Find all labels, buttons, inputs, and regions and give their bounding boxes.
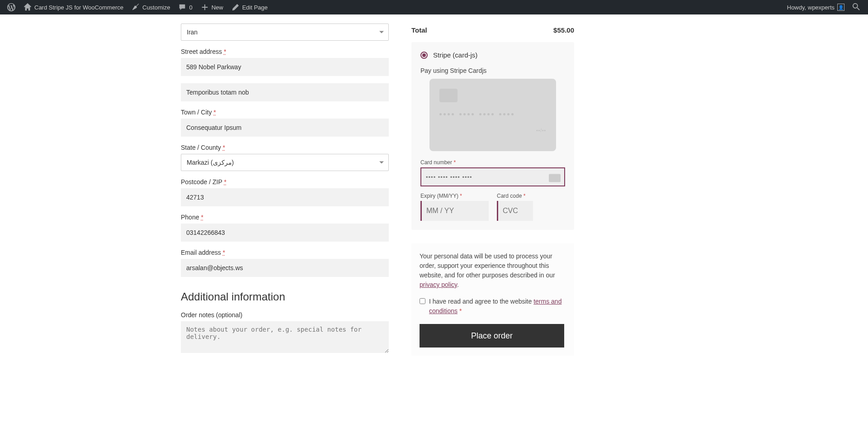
wordpress-icon xyxy=(7,3,15,11)
place-order-button[interactable]: Place order xyxy=(420,324,564,348)
street-address-2-input[interactable] xyxy=(181,83,389,101)
site-title: Card Stripe JS for WooCommerce xyxy=(34,4,123,11)
terms-checkbox[interactable] xyxy=(420,298,425,304)
state-label: State / County * xyxy=(181,144,389,151)
email-label: Email address * xyxy=(181,249,389,256)
howdy-link[interactable]: Howdy, wpexperts 👤 xyxy=(783,0,848,14)
privacy-notice-box: Your personal data will be used to proce… xyxy=(411,243,574,356)
card-number-placeholder-dots xyxy=(439,113,546,115)
new-label: New xyxy=(212,4,223,11)
avatar-icon: 👤 xyxy=(837,4,844,11)
card-brand-icon xyxy=(549,174,561,182)
comments-link[interactable]: 0 xyxy=(175,0,196,14)
site-name-link[interactable]: Card Stripe JS for WooCommerce xyxy=(20,0,127,14)
edit-page-link[interactable]: Edit Page xyxy=(228,0,271,14)
total-label: Total xyxy=(411,26,427,34)
country-value: Iran xyxy=(187,29,198,36)
terms-label: I have read and agree to the website ter… xyxy=(429,297,566,316)
new-link[interactable]: New xyxy=(197,0,227,14)
card-chip-icon xyxy=(439,89,458,102)
total-value: $55.00 xyxy=(553,26,574,34)
search-toggle[interactable] xyxy=(849,0,864,14)
expiry-input[interactable] xyxy=(420,201,489,221)
state-value: Markazi (مرکزی) xyxy=(187,159,234,166)
edit-page-label: Edit Page xyxy=(242,4,268,11)
payment-method-box: Stripe (card-js) Pay using Stripe Cardjs… xyxy=(411,42,574,230)
email-input[interactable] xyxy=(181,259,389,277)
payment-method-label: Stripe (card-js) xyxy=(433,51,477,59)
postcode-label: Postcode / ZIP * xyxy=(181,178,389,186)
wp-admin-bar: Card Stripe JS for WooCommerce Customize… xyxy=(0,0,868,14)
wp-logo[interactable] xyxy=(4,0,19,14)
street-address-1-input[interactable] xyxy=(181,58,389,76)
search-icon xyxy=(853,3,861,11)
brush-icon xyxy=(132,3,140,11)
city-label: Town / City * xyxy=(181,109,389,116)
order-notes-label: Order notes (optional) xyxy=(181,311,389,319)
payment-method-radio[interactable] xyxy=(420,52,428,59)
customize-label: Customize xyxy=(142,4,170,11)
plus-icon xyxy=(201,3,209,11)
comments-count: 0 xyxy=(189,4,192,11)
home-icon xyxy=(24,3,32,11)
comment-icon xyxy=(178,3,186,11)
cvc-input[interactable] xyxy=(497,201,533,221)
customize-link[interactable]: Customize xyxy=(128,0,174,14)
postcode-input[interactable] xyxy=(181,188,389,206)
payment-description: Pay using Stripe Cardjs xyxy=(420,67,565,74)
privacy-policy-link[interactable]: privacy policy xyxy=(420,281,457,288)
card-expiry-placeholder: ••/•• xyxy=(536,128,546,133)
expiry-label: Expiry (MM/YY) * xyxy=(420,193,489,199)
card-number-input[interactable] xyxy=(420,167,565,186)
privacy-text: Your personal data will be used to proce… xyxy=(420,252,566,290)
order-notes-textarea[interactable] xyxy=(181,321,389,353)
pencil-icon xyxy=(231,3,240,11)
card-number-label: Card number * xyxy=(420,159,565,166)
phone-input[interactable] xyxy=(181,224,389,242)
street-label: Street address * xyxy=(181,48,389,55)
state-select[interactable]: Markazi (مرکزی) xyxy=(181,154,389,171)
howdy-label: Howdy, wpexperts xyxy=(787,4,835,11)
additional-info-heading: Additional information xyxy=(181,290,389,303)
order-total-row: Total $55.00 xyxy=(411,24,574,42)
cvc-label: Card code * xyxy=(497,193,565,199)
card-preview: ••/•• xyxy=(429,79,556,151)
phone-label: Phone * xyxy=(181,214,389,221)
country-select[interactable]: Iran xyxy=(181,24,389,41)
city-input[interactable] xyxy=(181,119,389,137)
